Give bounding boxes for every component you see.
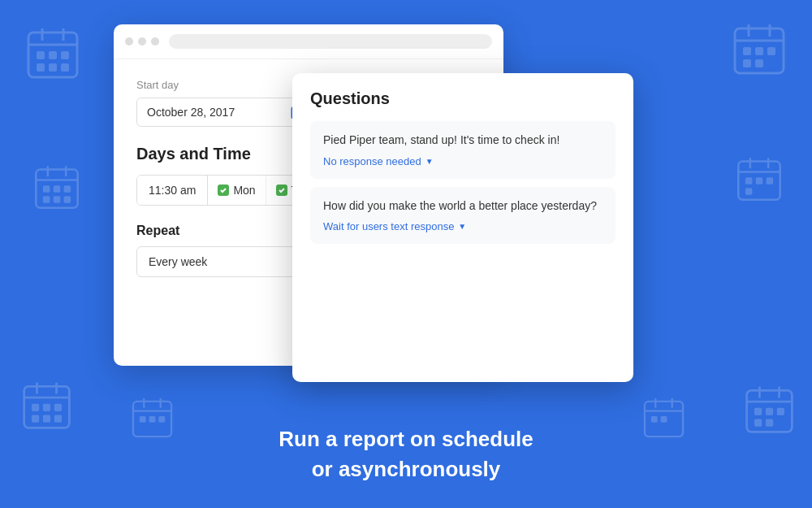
svg-rect-27 [54,196,61,203]
svg-rect-9 [61,63,69,72]
svg-rect-14 [743,47,751,55]
svg-rect-33 [745,177,753,185]
svg-rect-35 [767,177,774,185]
svg-rect-68 [661,416,667,423]
svg-rect-43 [54,404,62,411]
svg-rect-61 [149,416,156,423]
traffic-light-red [125,37,133,46]
chevron-down-icon-1: ▼ [425,157,434,166]
svg-rect-51 [754,408,762,415]
svg-rect-29 [738,162,780,200]
svg-rect-41 [32,404,39,411]
svg-rect-37 [24,386,70,428]
svg-rect-36 [745,188,753,195]
svg-rect-15 [755,47,763,55]
bottom-text: Run a report on schedule or asynchronous… [0,424,812,484]
svg-rect-45 [43,415,50,423]
svg-rect-6 [61,51,69,59]
svg-rect-0 [28,33,77,77]
question-text-2: How did you make the world a better plac… [323,198,603,215]
question-text-1: Pied Piper team, stand up! It's time to … [323,132,603,149]
repeat-field[interactable]: Every week [136,246,315,277]
svg-rect-18 [755,59,763,67]
svg-rect-42 [43,404,50,411]
svg-rect-8 [49,63,57,72]
svg-rect-67 [651,416,658,423]
time-value: 11:30 am [137,176,208,205]
response-label-1: No response needed [323,155,421,167]
response-type-1[interactable]: No response needed ▼ [323,155,603,167]
svg-rect-5 [49,51,57,59]
svg-rect-46 [54,415,62,423]
repeat-value: Every week [149,255,207,268]
svg-rect-19 [36,170,77,208]
schedule-title-bar [114,24,503,59]
date-field[interactable]: October 28, 2017 [136,98,315,127]
response-type-2[interactable]: Wait for users text response ▼ [323,220,603,232]
bottom-text-line1: Run a report on schedule [0,424,812,454]
svg-rect-25 [64,185,71,193]
mon-label: Mon [233,184,255,197]
svg-rect-4 [37,51,45,59]
url-bar [169,34,492,49]
svg-rect-53 [777,408,784,415]
chevron-down-icon-2: ▼ [458,222,466,231]
question-card-1: Pied Piper team, stand up! It's time to … [310,121,615,179]
svg-rect-16 [767,47,775,55]
svg-rect-24 [54,185,61,193]
questions-window: Questions Pied Piper team, stand up! It'… [292,73,633,382]
bottom-text-line2: or asynchronously [0,454,812,484]
date-value: October 28, 2017 [147,106,283,119]
svg-rect-23 [43,185,50,193]
traffic-light-green [151,37,159,46]
windows-container: Start day October 28, 2017 Days and Time [114,24,698,398]
traffic-light-yellow [138,37,146,46]
questions-content: Questions Pied Piper team, stand up! It'… [292,73,633,268]
response-label-2: Wait for users text response [323,220,454,232]
svg-rect-10 [735,28,784,73]
tue-checkbox[interactable] [276,185,287,196]
svg-rect-7 [37,63,45,72]
svg-rect-34 [756,177,763,185]
svg-rect-26 [43,196,50,203]
svg-rect-44 [32,415,39,423]
questions-title: Questions [310,89,615,108]
svg-rect-62 [158,416,165,423]
svg-rect-17 [743,59,751,67]
svg-rect-28 [64,196,71,203]
question-card-2: How did you make the world a better plac… [310,187,615,245]
day-mon[interactable]: Mon [208,176,266,205]
svg-rect-60 [140,416,146,423]
mon-checkbox[interactable] [218,185,229,196]
svg-rect-52 [766,408,773,415]
